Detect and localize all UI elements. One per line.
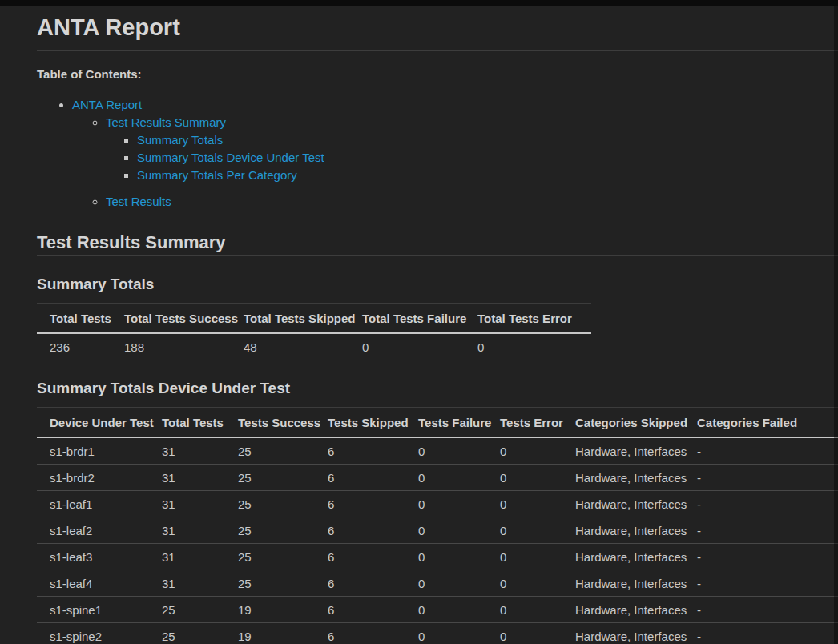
toc-link-summary-totals-per-category[interactable]: Summary Totals Per Category	[137, 168, 297, 182]
table-row: s1-leaf1 31 25 6 0 0 Hardware, Interface…	[37, 491, 838, 517]
table-cell: s1-brdr1	[37, 437, 149, 465]
table-cell: -	[684, 437, 838, 465]
table-cell: s1-brdr2	[37, 465, 149, 491]
subsection-title-summary-totals-device: Summary Totals Device Under Test	[37, 379, 838, 397]
toc-label: Table of Contents:	[37, 67, 838, 82]
table-cell: -	[684, 544, 838, 570]
table-cell: Hardware, Interfaces	[562, 437, 684, 465]
table-cell: 0	[487, 570, 562, 597]
table-cell: 25	[225, 437, 315, 465]
toc-item-summary-totals-per-category: Summary Totals Per Category	[137, 167, 838, 184]
table-cell: 31	[149, 544, 225, 570]
table-cell: s1-leaf1	[37, 491, 149, 517]
table-cell: 31	[149, 491, 225, 517]
table-cell: 31	[149, 465, 225, 491]
table-row: s1-leaf2 31 25 6 0 0 Hardware, Interface…	[37, 517, 838, 544]
table-cell: 0	[487, 465, 562, 491]
table-cell: 31	[149, 437, 225, 465]
table-cell: Hardware, Interfaces	[562, 491, 684, 517]
table-cell: 25	[225, 570, 315, 597]
title-divider	[37, 50, 838, 51]
table-cell: 0	[405, 544, 487, 570]
table-cell: 0	[487, 491, 562, 517]
toc-link-summary-totals[interactable]: Summary Totals	[137, 133, 223, 147]
summary-totals-table: Total Tests Total Tests Success Total Te…	[37, 303, 591, 360]
table-cell: 6	[315, 570, 405, 597]
column-header: Tests Failure	[405, 408, 487, 438]
table-cell: 25	[149, 597, 225, 623]
table-cell: 6	[315, 623, 405, 644]
toc-link-anta-report[interactable]: ANTA Report	[72, 98, 142, 111]
table-of-contents: ANTA Report Test Results Summary Summary…	[37, 96, 838, 211]
scrollbar-track[interactable]	[834, 6, 838, 644]
table-header-row: Device Under Test Total Tests Tests Succ…	[37, 408, 838, 438]
table-row: s1-brdr1 31 25 6 0 0 Hardware, Interface…	[37, 437, 838, 465]
table-cell: -	[684, 465, 838, 491]
table-cell: 25	[225, 544, 315, 570]
table-cell: s1-spine2	[37, 623, 149, 644]
toc-item-summary-totals-device: Summary Totals Device Under Test	[137, 149, 838, 167]
table-cell: Hardware, Interfaces	[562, 623, 684, 644]
table-cell: 6	[315, 597, 405, 623]
table-cell: Hardware, Interfaces	[562, 597, 684, 623]
table-cell: 0	[405, 437, 487, 465]
column-header: Categories Failed	[684, 408, 838, 438]
table-cell: 19	[225, 623, 315, 644]
table-cell: 19	[225, 597, 315, 623]
column-header: Total Tests Success	[111, 304, 231, 334]
column-header: Total Tests Skipped	[231, 304, 349, 334]
toc-link-test-results[interactable]: Test Results	[106, 195, 171, 208]
table-row: s1-spine2 25 19 6 0 0 Hardware, Interfac…	[37, 623, 838, 644]
window-top-edge	[0, 0, 838, 6]
column-header: Categories Skipped	[562, 408, 684, 438]
toc-link-summary-totals-device[interactable]: Summary Totals Device Under Test	[137, 151, 324, 164]
toc-item-test-results-summary: Test Results Summary Summary Totals Summ…	[106, 114, 838, 184]
table-cell: 0	[487, 544, 562, 570]
table-cell: 0	[405, 517, 487, 544]
table-cell: -	[684, 517, 838, 544]
column-header: Device Under Test	[37, 408, 149, 438]
table-row: 236 188 48 0 0	[37, 333, 591, 360]
section-title-test-results-summary: Test Results Summary	[37, 232, 838, 256]
table-cell: Hardware, Interfaces	[562, 544, 684, 570]
table-row: s1-brdr2 31 25 6 0 0 Hardware, Interface…	[37, 465, 838, 491]
table-cell: 0	[405, 465, 487, 491]
table-cell: Hardware, Interfaces	[562, 465, 684, 491]
column-header: Total Tests	[149, 408, 225, 438]
table-cell: -	[684, 570, 838, 597]
table-cell: 31	[149, 570, 225, 597]
column-header: Total Tests Error	[465, 304, 591, 334]
table-row: s1-leaf4 31 25 6 0 0 Hardware, Interface…	[37, 570, 838, 597]
table-row: s1-leaf3 31 25 6 0 0 Hardware, Interface…	[37, 544, 838, 570]
toc-item-summary-totals: Summary Totals	[137, 131, 838, 149]
column-header: Total Tests	[37, 304, 111, 334]
column-header: Tests Error	[487, 408, 562, 438]
table-cell: -	[684, 597, 838, 623]
table-cell: -	[684, 491, 838, 517]
table-cell: 6	[315, 491, 405, 517]
table-cell: s1-leaf2	[37, 517, 149, 544]
table-cell: 0	[349, 333, 465, 360]
toc-link-test-results-summary[interactable]: Test Results Summary	[106, 115, 226, 129]
table-cell: 6	[315, 544, 405, 570]
table-cell: 0	[405, 597, 487, 623]
table-cell: 31	[149, 517, 225, 544]
table-cell: 0	[465, 333, 591, 360]
table-cell: 0	[405, 623, 487, 644]
page-title: ANTA Report	[37, 14, 838, 41]
table-cell: s1-leaf3	[37, 544, 149, 570]
table-cell: 25	[149, 623, 225, 644]
table-cell: 6	[315, 437, 405, 465]
table-cell: s1-spine1	[37, 597, 149, 623]
table-cell: 48	[231, 333, 349, 360]
table-cell: 25	[225, 517, 315, 544]
table-cell: Hardware, Interfaces	[562, 570, 684, 597]
table-row: s1-spine1 25 19 6 0 0 Hardware, Interfac…	[37, 597, 838, 623]
table-cell: 25	[225, 491, 315, 517]
column-header: Tests Success	[225, 408, 315, 438]
table-cell: 236	[37, 333, 111, 360]
toc-item-anta-report: ANTA Report Test Results Summary Summary…	[72, 96, 838, 211]
table-cell: 0	[487, 597, 562, 623]
table-header-row: Total Tests Total Tests Success Total Te…	[37, 304, 591, 334]
table-cell: 188	[111, 333, 231, 360]
